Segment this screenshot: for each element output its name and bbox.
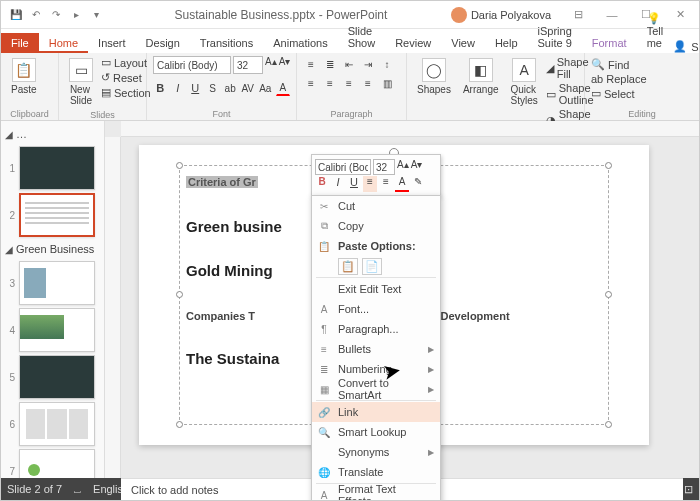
font-size-input[interactable] (233, 56, 263, 74)
horizontal-ruler[interactable] (121, 121, 699, 137)
slide-text-line[interactable]: Criteria of Gr (186, 172, 258, 189)
undo-icon[interactable]: ↶ (29, 8, 43, 22)
save-icon[interactable]: 💾 (9, 8, 23, 22)
align-right-button[interactable]: ≡ (341, 75, 357, 91)
font-name-input[interactable] (153, 56, 231, 74)
ctx-font[interactable]: AFont... (312, 299, 440, 319)
slide-thumb-4[interactable] (19, 308, 95, 352)
resize-handle[interactable] (176, 291, 183, 298)
user-avatar[interactable] (451, 7, 467, 23)
mini-font-size[interactable] (373, 159, 395, 175)
mini-font-name[interactable] (315, 159, 371, 175)
minimize-icon[interactable]: — (597, 5, 627, 25)
columns-button[interactable]: ▥ (379, 75, 395, 91)
slide-thumb-5[interactable] (19, 355, 95, 399)
select-button[interactable]: ▭ Select (591, 87, 693, 100)
resize-handle[interactable] (605, 421, 612, 428)
ctx-numbering[interactable]: ≣Numbering▶ (312, 359, 440, 379)
tab-review[interactable]: Review (385, 33, 441, 53)
slide-thumb-2[interactable] (19, 193, 95, 237)
bold-button[interactable]: B (153, 80, 167, 96)
resize-handle[interactable] (605, 162, 612, 169)
justify-button[interactable]: ≡ (360, 75, 376, 91)
tab-slideshow[interactable]: Slide Show (338, 21, 386, 53)
ctx-format-text-effects[interactable]: AFormat Text Effects... (312, 485, 440, 501)
line-spacing-button[interactable]: ↕ (379, 56, 395, 72)
italic-button[interactable]: I (170, 80, 184, 96)
mini-italic-button[interactable]: I (331, 176, 345, 192)
section-header[interactable]: ◢ … (5, 125, 100, 143)
share-button[interactable]: 👤 Share (673, 40, 700, 53)
ctx-paragraph[interactable]: ¶Paragraph... (312, 319, 440, 339)
slide-thumb-6[interactable] (19, 402, 95, 446)
align-center-button[interactable]: ≡ (322, 75, 338, 91)
paste-button[interactable]: 📋Paste (7, 56, 41, 97)
mini-grow-font-icon[interactable]: A▴ (397, 159, 409, 175)
resize-handle[interactable] (176, 162, 183, 169)
ctx-cut[interactable]: ✂Cut (312, 196, 440, 216)
spellcheck-icon[interactable]: ⎵ (74, 483, 81, 495)
slide-text-line[interactable]: Green busine (186, 218, 282, 235)
ctx-paste-options[interactable]: 📋📄 (312, 256, 440, 276)
shrink-font-icon[interactable]: A▾ (279, 56, 291, 74)
casechange-button[interactable]: Aa (258, 80, 272, 96)
slide-text-line[interactable]: The Sustaina (186, 350, 279, 367)
start-from-beginning-icon[interactable]: ▸ (69, 8, 83, 22)
mini-fontcolor-button[interactable]: A (395, 176, 409, 192)
tab-home[interactable]: Home (39, 33, 88, 53)
tab-help[interactable]: Help (485, 33, 528, 53)
mini-align-button[interactable]: ≡ (363, 176, 377, 192)
qat-more-icon[interactable]: ▾ (89, 8, 103, 22)
indent-dec-button[interactable]: ⇤ (341, 56, 357, 72)
grow-font-icon[interactable]: A▴ (265, 56, 277, 74)
shadow-button[interactable]: ab (223, 80, 237, 96)
replace-button[interactable]: ab Replace (591, 73, 693, 85)
ctx-bullets[interactable]: ≡Bullets▶ (312, 339, 440, 359)
strike-button[interactable]: S (205, 80, 219, 96)
ctx-copy[interactable]: ⧉Copy (312, 216, 440, 236)
slide-text-line[interactable]: Gold Mining (186, 262, 273, 279)
paste-text-only-icon[interactable]: 📄 (362, 258, 382, 275)
mini-highlight-button[interactable]: ✎ (411, 176, 425, 192)
tab-ispring[interactable]: iSpring Suite 9 (528, 21, 582, 53)
mini-underline-button[interactable]: U (347, 176, 361, 192)
resize-handle[interactable] (176, 421, 183, 428)
ctx-smart-lookup[interactable]: 🔍Smart Lookup (312, 422, 440, 442)
vertical-ruler[interactable] (105, 137, 121, 478)
find-button[interactable]: 🔍 Find (591, 58, 693, 71)
ctx-translate[interactable]: 🌐Translate (312, 462, 440, 482)
slide-thumb-7[interactable] (19, 449, 95, 478)
spacing-button[interactable]: AV (240, 80, 255, 96)
mini-shrink-font-icon[interactable]: A▾ (411, 159, 423, 175)
bullets-button[interactable]: ≡ (303, 56, 319, 72)
mini-align2-button[interactable]: ≡ (379, 176, 393, 192)
thumbnail-pane[interactable]: ◢ … 1 2 ◢ Green Business 3 4 5 6 7 (1, 121, 105, 478)
fit-window-icon[interactable]: ⊡ (684, 483, 693, 496)
resize-handle[interactable] (605, 291, 612, 298)
new-slide-button[interactable]: ▭New Slide (65, 56, 97, 108)
section-button[interactable]: ▤ Section (101, 86, 151, 99)
slide-counter[interactable]: Slide 2 of 7 (7, 483, 62, 495)
slide-thumb-3[interactable] (19, 261, 95, 305)
ctx-synonyms[interactable]: Synonyms▶ (312, 442, 440, 462)
numbering-button[interactable]: ≣ (322, 56, 338, 72)
redo-icon[interactable]: ↷ (49, 8, 63, 22)
tell-me[interactable]: 💡 Tell me (637, 8, 674, 53)
paste-keep-source-icon[interactable]: 📋 (338, 258, 358, 275)
ctx-exit-edit[interactable]: Exit Edit Text (312, 279, 440, 299)
tab-format[interactable]: Format (582, 33, 637, 53)
ctx-smartart[interactable]: ▦Convert to SmartArt▶ (312, 379, 440, 399)
tab-design[interactable]: Design (136, 33, 190, 53)
quick-styles-button[interactable]: AQuick Styles (507, 56, 542, 108)
tab-file[interactable]: File (1, 33, 39, 53)
ctx-link[interactable]: 🔗Link (312, 402, 440, 422)
layout-button[interactable]: ▭ Layout (101, 56, 151, 69)
indent-inc-button[interactable]: ⇥ (360, 56, 376, 72)
mini-bold-button[interactable]: B (315, 176, 329, 192)
font-color-button[interactable]: A (276, 80, 290, 96)
align-left-button[interactable]: ≡ (303, 75, 319, 91)
shapes-button[interactable]: ◯Shapes (413, 56, 455, 97)
user-name[interactable]: Daria Polyakova (471, 9, 551, 21)
reset-button[interactable]: ↺ Reset (101, 71, 151, 84)
tab-transitions[interactable]: Transitions (190, 33, 263, 53)
